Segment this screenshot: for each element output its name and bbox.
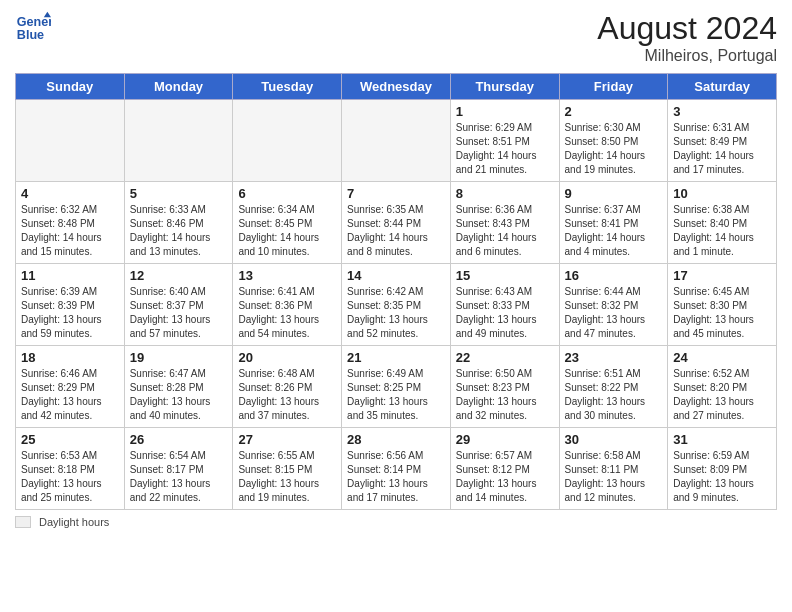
calendar-day-cell: 18Sunrise: 6:46 AM Sunset: 8:29 PM Dayli…	[16, 346, 125, 428]
day-number: 27	[238, 432, 336, 447]
calendar-day-cell: 30Sunrise: 6:58 AM Sunset: 8:11 PM Dayli…	[559, 428, 668, 510]
day-header: Thursday	[450, 74, 559, 100]
day-info: Sunrise: 6:43 AM Sunset: 8:33 PM Dayligh…	[456, 285, 554, 341]
day-number: 21	[347, 350, 445, 365]
calendar-day-cell: 21Sunrise: 6:49 AM Sunset: 8:25 PM Dayli…	[342, 346, 451, 428]
day-info: Sunrise: 6:38 AM Sunset: 8:40 PM Dayligh…	[673, 203, 771, 259]
calendar-day-cell: 17Sunrise: 6:45 AM Sunset: 8:30 PM Dayli…	[668, 264, 777, 346]
day-number: 29	[456, 432, 554, 447]
day-info: Sunrise: 6:40 AM Sunset: 8:37 PM Dayligh…	[130, 285, 228, 341]
calendar-day-cell: 23Sunrise: 6:51 AM Sunset: 8:22 PM Dayli…	[559, 346, 668, 428]
day-number: 2	[565, 104, 663, 119]
day-header: Monday	[124, 74, 233, 100]
day-info: Sunrise: 6:33 AM Sunset: 8:46 PM Dayligh…	[130, 203, 228, 259]
day-info: Sunrise: 6:52 AM Sunset: 8:20 PM Dayligh…	[673, 367, 771, 423]
legend-label: Daylight hours	[39, 516, 109, 528]
day-info: Sunrise: 6:47 AM Sunset: 8:28 PM Dayligh…	[130, 367, 228, 423]
calendar-day-cell: 16Sunrise: 6:44 AM Sunset: 8:32 PM Dayli…	[559, 264, 668, 346]
day-info: Sunrise: 6:34 AM Sunset: 8:45 PM Dayligh…	[238, 203, 336, 259]
day-info: Sunrise: 6:41 AM Sunset: 8:36 PM Dayligh…	[238, 285, 336, 341]
day-info: Sunrise: 6:42 AM Sunset: 8:35 PM Dayligh…	[347, 285, 445, 341]
calendar-day-cell: 22Sunrise: 6:50 AM Sunset: 8:23 PM Dayli…	[450, 346, 559, 428]
day-number: 20	[238, 350, 336, 365]
day-info: Sunrise: 6:57 AM Sunset: 8:12 PM Dayligh…	[456, 449, 554, 505]
logo: General Blue	[15, 10, 51, 46]
day-info: Sunrise: 6:53 AM Sunset: 8:18 PM Dayligh…	[21, 449, 119, 505]
day-number: 11	[21, 268, 119, 283]
day-number: 28	[347, 432, 445, 447]
calendar-day-cell: 31Sunrise: 6:59 AM Sunset: 8:09 PM Dayli…	[668, 428, 777, 510]
calendar-day-cell: 6Sunrise: 6:34 AM Sunset: 8:45 PM Daylig…	[233, 182, 342, 264]
calendar-day-cell	[124, 100, 233, 182]
calendar-day-cell: 7Sunrise: 6:35 AM Sunset: 8:44 PM Daylig…	[342, 182, 451, 264]
day-info: Sunrise: 6:51 AM Sunset: 8:22 PM Dayligh…	[565, 367, 663, 423]
calendar-day-cell: 4Sunrise: 6:32 AM Sunset: 8:48 PM Daylig…	[16, 182, 125, 264]
day-header: Wednesday	[342, 74, 451, 100]
day-number: 17	[673, 268, 771, 283]
calendar-day-cell: 25Sunrise: 6:53 AM Sunset: 8:18 PM Dayli…	[16, 428, 125, 510]
calendar-day-cell: 8Sunrise: 6:36 AM Sunset: 8:43 PM Daylig…	[450, 182, 559, 264]
day-number: 30	[565, 432, 663, 447]
day-info: Sunrise: 6:39 AM Sunset: 8:39 PM Dayligh…	[21, 285, 119, 341]
day-info: Sunrise: 6:58 AM Sunset: 8:11 PM Dayligh…	[565, 449, 663, 505]
day-number: 16	[565, 268, 663, 283]
day-info: Sunrise: 6:48 AM Sunset: 8:26 PM Dayligh…	[238, 367, 336, 423]
calendar-day-cell: 24Sunrise: 6:52 AM Sunset: 8:20 PM Dayli…	[668, 346, 777, 428]
day-number: 18	[21, 350, 119, 365]
calendar-day-cell: 19Sunrise: 6:47 AM Sunset: 8:28 PM Dayli…	[124, 346, 233, 428]
svg-text:Blue: Blue	[17, 28, 44, 42]
footer: Daylight hours	[15, 516, 777, 528]
day-info: Sunrise: 6:54 AM Sunset: 8:17 PM Dayligh…	[130, 449, 228, 505]
calendar-day-cell: 9Sunrise: 6:37 AM Sunset: 8:41 PM Daylig…	[559, 182, 668, 264]
calendar-week-row: 11Sunrise: 6:39 AM Sunset: 8:39 PM Dayli…	[16, 264, 777, 346]
location: Milheiros, Portugal	[597, 47, 777, 65]
month-year: August 2024	[597, 10, 777, 47]
day-header: Friday	[559, 74, 668, 100]
day-number: 22	[456, 350, 554, 365]
calendar-day-cell: 1Sunrise: 6:29 AM Sunset: 8:51 PM Daylig…	[450, 100, 559, 182]
calendar-week-row: 25Sunrise: 6:53 AM Sunset: 8:18 PM Dayli…	[16, 428, 777, 510]
calendar-day-cell: 3Sunrise: 6:31 AM Sunset: 8:49 PM Daylig…	[668, 100, 777, 182]
legend-box	[15, 516, 31, 528]
day-number: 5	[130, 186, 228, 201]
day-info: Sunrise: 6:49 AM Sunset: 8:25 PM Dayligh…	[347, 367, 445, 423]
calendar-day-cell: 20Sunrise: 6:48 AM Sunset: 8:26 PM Dayli…	[233, 346, 342, 428]
page-header: General Blue August 2024 Milheiros, Port…	[15, 10, 777, 65]
day-number: 9	[565, 186, 663, 201]
calendar-day-cell: 15Sunrise: 6:43 AM Sunset: 8:33 PM Dayli…	[450, 264, 559, 346]
day-info: Sunrise: 6:30 AM Sunset: 8:50 PM Dayligh…	[565, 121, 663, 177]
day-info: Sunrise: 6:59 AM Sunset: 8:09 PM Dayligh…	[673, 449, 771, 505]
calendar-day-cell	[233, 100, 342, 182]
day-header: Saturday	[668, 74, 777, 100]
day-info: Sunrise: 6:32 AM Sunset: 8:48 PM Dayligh…	[21, 203, 119, 259]
calendar-day-cell: 11Sunrise: 6:39 AM Sunset: 8:39 PM Dayli…	[16, 264, 125, 346]
calendar-day-cell	[16, 100, 125, 182]
day-number: 12	[130, 268, 228, 283]
day-info: Sunrise: 6:55 AM Sunset: 8:15 PM Dayligh…	[238, 449, 336, 505]
day-number: 23	[565, 350, 663, 365]
calendar-day-cell	[342, 100, 451, 182]
day-info: Sunrise: 6:45 AM Sunset: 8:30 PM Dayligh…	[673, 285, 771, 341]
day-info: Sunrise: 6:50 AM Sunset: 8:23 PM Dayligh…	[456, 367, 554, 423]
calendar-day-cell: 14Sunrise: 6:42 AM Sunset: 8:35 PM Dayli…	[342, 264, 451, 346]
day-number: 19	[130, 350, 228, 365]
calendar-day-cell: 29Sunrise: 6:57 AM Sunset: 8:12 PM Dayli…	[450, 428, 559, 510]
title-block: August 2024 Milheiros, Portugal	[597, 10, 777, 65]
calendar-day-cell: 13Sunrise: 6:41 AM Sunset: 8:36 PM Dayli…	[233, 264, 342, 346]
day-number: 26	[130, 432, 228, 447]
day-info: Sunrise: 6:29 AM Sunset: 8:51 PM Dayligh…	[456, 121, 554, 177]
calendar-table: SundayMondayTuesdayWednesdayThursdayFrid…	[15, 73, 777, 510]
day-number: 14	[347, 268, 445, 283]
calendar-week-row: 4Sunrise: 6:32 AM Sunset: 8:48 PM Daylig…	[16, 182, 777, 264]
day-number: 15	[456, 268, 554, 283]
calendar-day-cell: 10Sunrise: 6:38 AM Sunset: 8:40 PM Dayli…	[668, 182, 777, 264]
calendar-day-cell: 12Sunrise: 6:40 AM Sunset: 8:37 PM Dayli…	[124, 264, 233, 346]
header-row: SundayMondayTuesdayWednesdayThursdayFrid…	[16, 74, 777, 100]
day-info: Sunrise: 6:56 AM Sunset: 8:14 PM Dayligh…	[347, 449, 445, 505]
day-number: 25	[21, 432, 119, 447]
day-info: Sunrise: 6:31 AM Sunset: 8:49 PM Dayligh…	[673, 121, 771, 177]
day-header: Sunday	[16, 74, 125, 100]
day-number: 13	[238, 268, 336, 283]
day-number: 4	[21, 186, 119, 201]
day-number: 8	[456, 186, 554, 201]
